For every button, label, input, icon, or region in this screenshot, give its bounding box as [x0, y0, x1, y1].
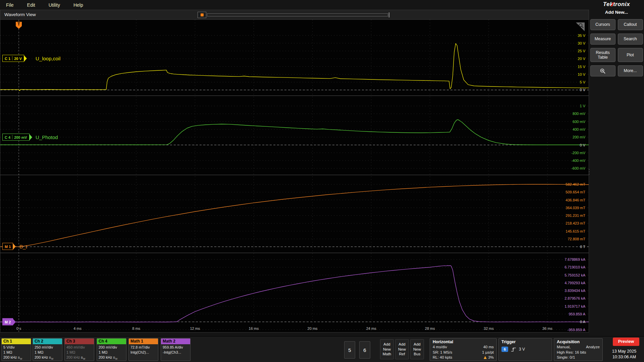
clock: 13 May 2025 10:33:06 AM	[605, 349, 643, 360]
y-tick-label-m1: 436.846 mT	[566, 198, 585, 202]
channel-badge-c1[interactable]: C 1 20 V	[2, 55, 24, 62]
y-tick-label-m1: 145.615 mT	[566, 229, 585, 233]
side-button-results-table[interactable]: Results Table	[590, 48, 615, 62]
horizontal-scale: 4 ms/div	[433, 345, 447, 350]
y-tick-label-m2: 5.759152 kA	[565, 273, 585, 277]
tile-header: Math 2	[161, 339, 190, 344]
tile-body: 5 V/div1 MΩ200 kHzBW	[2, 344, 31, 361]
y-tick-label-m2: 959.859 A	[569, 312, 585, 316]
tile-line: 72.8 mT/div	[130, 345, 156, 350]
channel-badge-c4[interactable]: C 4 200 mV	[2, 134, 30, 141]
trigger-level: 3 V	[519, 347, 525, 352]
add-new-bus-button[interactable]: Add New Bus	[410, 339, 424, 359]
side-button-zoom-magnifier[interactable]	[590, 65, 615, 76]
compression-icon	[483, 356, 487, 359]
waveform-view-title: Waveform View	[4, 12, 36, 17]
tile-header: Math 1	[129, 339, 158, 344]
y-tick-label-m1: 509.654 mT	[566, 190, 585, 194]
tile-line: 1 MΩ	[66, 350, 92, 355]
bottom-bar: Ch 15 V/div1 MΩ200 kHzBWCh 2250 mV/div1 …	[0, 336, 644, 362]
side-button-search[interactable]: Search	[618, 34, 643, 45]
preview-button[interactable]: Preview	[613, 338, 639, 346]
tile-line: Intg(Ch2)...	[130, 350, 156, 355]
zoom-scrollbar[interactable]	[198, 11, 389, 18]
x-tick-label: 24 ms	[366, 326, 376, 330]
record-length: RL: 40 kpts	[433, 355, 452, 360]
tile-line: 200 kHzBW	[99, 355, 124, 361]
waveform-canvas	[0, 20, 589, 332]
side-button-more[interactable]: More...	[618, 65, 643, 76]
bandwidth-limit-icon: BW	[81, 356, 85, 359]
channel-tile-ch3[interactable]: Ch 3450 mV/div1 MΩ200 kHzBW	[64, 338, 94, 361]
math-badge-m2[interactable]: M 2	[2, 318, 13, 325]
rising-edge-icon	[511, 347, 516, 352]
tile-line: 959.85 A/div	[163, 345, 189, 350]
menu-item-help[interactable]: Help	[73, 2, 83, 8]
badge-c1-label: C 1	[5, 56, 10, 60]
channel-tile-math2[interactable]: Math 2959.85 A/div-Intg(Ch3...	[161, 338, 191, 361]
trigger-panel[interactable]: Trigger 6 3 V	[498, 338, 552, 361]
trace-c4	[0, 120, 589, 145]
y-tick-label-m2: 1.919717 kA	[565, 304, 585, 308]
add-new-heading: Add New...	[589, 10, 644, 15]
plot-zoom-corner-button[interactable]	[576, 22, 585, 32]
channel-tile-math1[interactable]: Math 172.8 mT/divIntg(Ch2)...	[128, 338, 158, 361]
side-button-cursors[interactable]: Cursors	[590, 19, 615, 30]
trace-c1	[0, 44, 589, 91]
y-tick-label-m1: 291.231 mT	[566, 214, 585, 218]
y-tick-label-m1: 0 T	[580, 245, 585, 249]
y-tick-label-c1: 5 V	[580, 80, 585, 84]
waveform-view: Waveform View T C 1 20 V U_loop,coil C 4…	[0, 10, 589, 333]
tile-line: 200 kHzBW	[35, 355, 60, 361]
y-tick-label-m2: 2.879576 kA	[565, 296, 585, 300]
channel-tile-ch4[interactable]: Ch 4200 mV/div1 MΩ200 kHzBW	[97, 338, 126, 361]
channel-tile-ch2[interactable]: Ch 2250 mV/div1 MΩ200 kHzBW	[33, 338, 62, 361]
menu-bar: FileEditUtilityHelp	[0, 0, 589, 10]
y-tick-label-c4: 1 V	[580, 104, 585, 108]
tile-line: 450 mV/div	[66, 345, 92, 350]
badge-arrow-icon	[13, 243, 16, 250]
tile-header: Ch 4	[97, 339, 126, 344]
date-label: 13 May 2025	[605, 349, 643, 354]
badge-arrow-icon	[24, 55, 27, 62]
channel-button-6[interactable]: 6	[359, 341, 370, 359]
x-tick-label: 4 ms	[73, 326, 82, 330]
compression-percent: 3%	[488, 355, 494, 360]
x-tick-label: 12 ms	[190, 326, 200, 330]
math-badge-m1[interactable]: M 1	[2, 243, 13, 250]
logo-text: Tektronix	[603, 1, 630, 7]
tile-line: 250 mV/div	[35, 345, 60, 350]
badge-m2-label: M 2	[5, 320, 11, 324]
badge-arrow-icon	[13, 318, 16, 325]
acquisition-panel[interactable]: Acquisition Manual, Analyze High Res: 16…	[554, 338, 603, 361]
x-tick-label: 32 ms	[484, 326, 494, 330]
zoom-track[interactable]	[207, 13, 388, 16]
waveform-plot[interactable]: T C 1 20 V U_loop,coil C 4 200 mV U_Phot…	[0, 20, 589, 332]
side-button-callout[interactable]: Callout	[618, 19, 643, 30]
add-new-math-button[interactable]: Add New Math	[380, 339, 394, 359]
channel-button-5[interactable]: 5	[344, 341, 355, 359]
menu-item-utility[interactable]: Utility	[49, 2, 60, 8]
acquisition-detail: High Res: 16 bits	[557, 350, 586, 355]
acquisition-analyze: Analyze	[586, 345, 600, 350]
zoom-handle[interactable]	[198, 12, 206, 18]
side-button-measure[interactable]: Measure	[590, 34, 615, 45]
menu-item-file[interactable]: File	[6, 2, 14, 8]
horizontal-panel[interactable]: Horizontal 4 ms/div 40 ms SR: 1 MS/s 1 µ…	[430, 338, 497, 361]
resolution: 1 µs/pt	[482, 350, 494, 355]
y-tick-label-c4: 0 V	[580, 143, 585, 147]
tile-line: 1 MΩ	[35, 350, 60, 355]
channel-label-c1: U_loop,coil	[36, 56, 60, 61]
channel-tile-ch1[interactable]: Ch 15 V/div1 MΩ200 kHzBW	[1, 338, 31, 361]
tile-body: 250 mV/div1 MΩ200 kHzBW	[33, 344, 62, 361]
menu-item-edit[interactable]: Edit	[27, 2, 35, 8]
bandwidth-limit-icon: BW	[49, 356, 53, 359]
tile-header: Ch 3	[65, 339, 94, 344]
tile-header: Ch 2	[33, 339, 62, 344]
side-button-plot[interactable]: Plot	[618, 48, 643, 62]
y-tick-label-m2: 4.799293 kA	[565, 281, 585, 285]
trigger-source-badge: 6	[501, 347, 508, 352]
add-new-ref-button[interactable]: Add New Ref	[395, 339, 409, 359]
y-tick-label-m2: 7.678869 kA	[565, 257, 585, 261]
y-tick-label-c4: -400 mV	[571, 159, 585, 163]
